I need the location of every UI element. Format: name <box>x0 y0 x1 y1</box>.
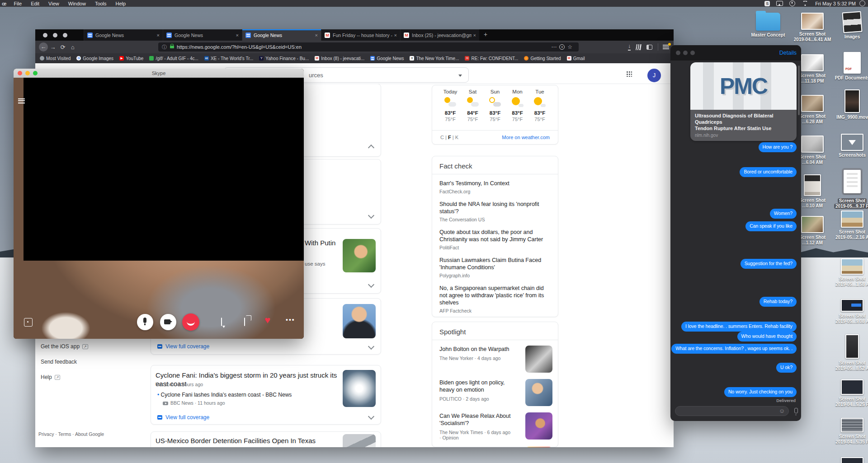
window-zoom-button[interactable] <box>690 51 695 55</box>
bookmark-confidential-mail[interactable]: ✉RE: Fw: CONFIDENT... <box>465 56 518 61</box>
menu-tools[interactable]: Tools <box>90 1 111 6</box>
new-tab-button[interactable]: + <box>484 31 487 38</box>
spotlight-item[interactable]: John Bolton on the WarpathThe New Yorker… <box>432 340 558 374</box>
menu-help[interactable]: Help <box>111 1 131 6</box>
spotlight-item[interactable]: Biden goes light on policy, heavy on emo… <box>432 374 558 407</box>
url-text[interactable]: https://news.google.com/?hl=en-US&gl=US&… <box>177 44 548 50</box>
window-minimize-button[interactable] <box>53 33 57 37</box>
window-minimize-button[interactable] <box>683 51 688 55</box>
window-close-button[interactable] <box>18 71 22 75</box>
spotlight-item[interactable]: Can We Please Relax About 'Socialism'?Th… <box>432 407 558 441</box>
desktop-icon-movie[interactable]: IMG_9900.mov <box>831 89 868 120</box>
bookmark-nyt[interactable]: TThe New York Time... <box>410 56 459 61</box>
url-bar[interactable]: ⓘ https://news.google.com/?hl=en-US&gl=U… <box>158 42 579 51</box>
article-image[interactable] <box>343 304 376 338</box>
view-full-coverage-link[interactable]: View full coverage <box>157 343 209 350</box>
tab-google-news-2[interactable]: Google News × <box>163 29 242 41</box>
heart-reaction-icon[interactable]: ♥ <box>264 314 270 326</box>
downloads-icon[interactable]: ↓ <box>628 44 631 51</box>
details-button[interactable]: Details <box>779 50 797 56</box>
desktop-icon-screenshot[interactable]: Screen Shot2019-05...9.08 A <box>831 299 868 324</box>
window-zoom-button[interactable] <box>33 71 38 75</box>
related-article-link[interactable]: • Cyclone Fani lashes India's eastern co… <box>157 392 292 398</box>
page-actions-icon[interactable]: ⋯ <box>551 44 557 50</box>
article-image[interactable] <box>525 346 552 373</box>
article-image[interactable] <box>525 447 552 447</box>
spotlight-item[interactable]: Bitcoin, Ethereum, Ripple, Bitcoin Cash, <box>432 441 558 447</box>
sidebar-toggle-icon[interactable] <box>646 45 652 50</box>
end-call-button[interactable] <box>182 313 199 331</box>
sidebar-item-feedback[interactable]: Send feedback <box>41 359 77 365</box>
fact-check-item[interactable]: Barr's Testimony, In Context FactCheck.o… <box>432 174 558 195</box>
reload-button[interactable]: ⟳ <box>58 44 68 51</box>
tab-close-icon[interactable]: × <box>157 33 160 38</box>
desktop-icon-screenshot-selected[interactable]: Screen Shot2019-05...9.37 P <box>831 168 868 209</box>
weather-more-link[interactable]: More on weather.com <box>502 135 550 140</box>
wifi-icon[interactable] <box>802 1 808 6</box>
expand-chevron-icon[interactable] <box>368 281 374 288</box>
home-button[interactable]: ⌂ <box>68 44 78 51</box>
bookmark-gif[interactable]: /gif/ - Adult GIF - 4c... <box>149 56 198 61</box>
desktop-icon-pdf[interactable]: PDF Documents <box>831 52 868 81</box>
library-icon[interactable] <box>636 44 642 50</box>
desktop-icon-images[interactable]: Images <box>831 12 868 40</box>
menu-view[interactable]: View <box>44 1 64 6</box>
bookmark-getting-started[interactable]: Getting Started <box>524 56 561 61</box>
more-options-icon[interactable]: ••• <box>286 316 295 323</box>
expand-chevron-icon[interactable] <box>368 343 374 350</box>
pocket-icon[interactable]: ∨ <box>559 44 565 50</box>
desktop-icon-screenshot[interactable]: Screen Shot2019-04...6.41 AM <box>792 13 833 42</box>
snapshot-icon[interactable] <box>24 318 33 327</box>
menu-window[interactable]: Window <box>64 1 90 6</box>
bookmark-gmail[interactable]: MGmail <box>567 56 585 61</box>
menu-file[interactable]: File <box>9 1 26 6</box>
expand-chevron-icon[interactable] <box>368 212 374 219</box>
desktop-icon-screenshots-folder[interactable]: Screenshots <box>831 134 868 158</box>
desktop-icon-screenshot[interactable]: Screen Shot2019-04...5.35 P <box>831 418 868 445</box>
unit-toggle[interactable]: C | F | K <box>440 135 458 140</box>
page-footer-links[interactable]: Privacy · Terms · About Google <box>38 431 104 437</box>
window-zoom-button[interactable] <box>63 33 67 37</box>
tab-google-news-1[interactable]: Google News × <box>84 29 163 41</box>
window-close-button[interactable] <box>676 51 680 55</box>
bookmark-google-images[interactable]: GGoogle Images <box>76 56 113 61</box>
chat-icon[interactable] <box>221 318 222 326</box>
skype-status-icon[interactable]: S <box>764 1 770 6</box>
screen-share-icon[interactable] <box>244 318 245 326</box>
app-menu-icon[interactable]: œ <box>2 1 6 6</box>
tab-inbox[interactable]: M Inbox (25) - jeevacation@gmai × <box>400 29 479 41</box>
tab-close-icon[interactable]: × <box>315 33 318 38</box>
bookmark-most-visited[interactable]: Most Visited <box>40 56 71 61</box>
window-minimize-button[interactable] <box>25 71 30 75</box>
fact-check-item[interactable]: No, a Singaporean supermarket chain did … <box>432 279 558 314</box>
bookmark-google-news[interactable]: Google News <box>370 56 404 61</box>
menu-hamburger-icon[interactable] <box>663 45 669 49</box>
collapse-chevron-icon[interactable] <box>368 145 374 151</box>
bookmark-xe[interactable]: XEXE - The World's Tr... <box>204 56 253 61</box>
site-info-icon[interactable]: ⓘ <box>162 44 167 51</box>
article-image[interactable] <box>343 239 376 272</box>
chevron-down-icon[interactable] <box>458 75 462 77</box>
desktop-icon-master-concept[interactable]: Master Concept <box>747 13 789 38</box>
back-button[interactable]: ← <box>39 42 48 51</box>
desktop-icon-partial[interactable] <box>831 457 868 463</box>
tab-google-news-active[interactable]: Google News × <box>242 29 321 41</box>
forward-button[interactable]: → <box>48 44 58 51</box>
spotlight-icon[interactable] <box>859 0 865 6</box>
desktop-icon-screenshot[interactable]: Screen Shot2019-05...2.16 A <box>831 210 868 240</box>
link-preview-card[interactable]: PMC Ultrasound Diagnosis of Bilateral Qu… <box>690 62 797 141</box>
desktop-icon-screenshot[interactable]: Screen Shot2019-05...1.58 A <box>831 258 868 287</box>
sidebar-item-help[interactable]: Help↗ <box>41 374 60 380</box>
skype-menu-icon[interactable] <box>18 98 25 103</box>
desktop-icon-screenshot[interactable]: Screen Shot2019-05...8.52 A <box>831 334 868 371</box>
expand-chevron-icon[interactable] <box>368 413 374 420</box>
fact-check-item[interactable]: Quote about tax dollars, the poor and Ch… <box>432 223 558 251</box>
bookmark-youtube[interactable]: ▶YouTube <box>119 56 143 61</box>
tab-close-icon[interactable]: × <box>394 33 397 38</box>
sidebar-item-ios-app[interactable]: Get the iOS app↗ <box>41 343 88 350</box>
fact-check-item[interactable]: Russian Lawmakers Claim Butina Faced 'In… <box>432 251 558 279</box>
menu-bar-clock[interactable]: Fri May 3 5:32 PM <box>815 1 856 6</box>
weather-widget[interactable]: Today 83°F75°F Sat 84°F75°F Sun 83°F75°F… <box>432 85 558 145</box>
google-apps-grid-icon[interactable] <box>626 71 632 77</box>
dictation-mic-icon[interactable] <box>794 408 798 413</box>
